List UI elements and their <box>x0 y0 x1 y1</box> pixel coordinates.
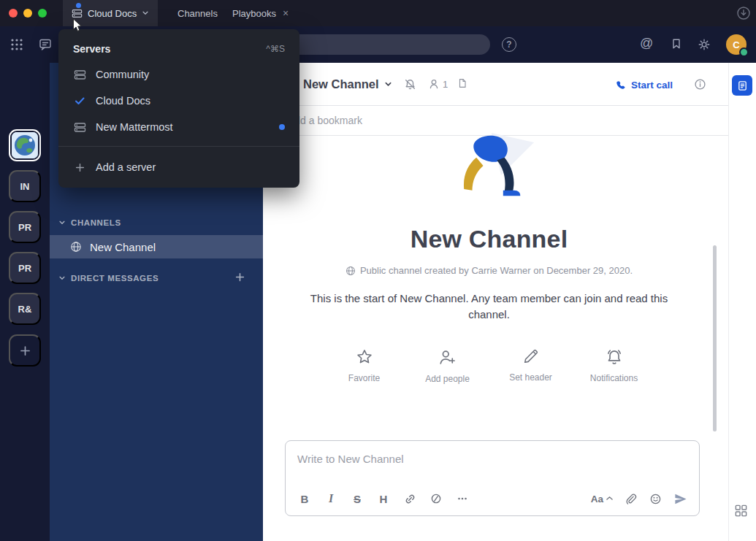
channel-meta: Public channel created by Carrie Warner … <box>263 265 715 276</box>
add-server-label: Add a server <box>96 161 156 173</box>
check-icon <box>73 95 86 107</box>
boards-app-icon[interactable] <box>732 75 752 96</box>
channel-intro-actions: Favorite Add people Set header <box>263 348 715 384</box>
bell-icon <box>605 348 624 367</box>
channels-group-header[interactable]: CHANNELS <box>58 215 121 230</box>
attach-file-icon[interactable] <box>620 488 641 509</box>
more-formatting-icon[interactable] <box>452 488 473 509</box>
mentions-icon[interactable]: @ <box>640 36 653 51</box>
menu-divider <box>58 146 299 147</box>
channel-item-label: New Channel <box>90 241 156 253</box>
chevron-down-icon <box>58 219 66 226</box>
main-scrollbar[interactable] <box>713 245 717 431</box>
add-server-button[interactable]: Add a server <box>58 153 299 182</box>
message-input[interactable]: Write to New Channel <box>286 441 699 465</box>
add-people-button[interactable]: Add people <box>416 348 480 384</box>
at-sign-glyph: @ <box>640 36 653 50</box>
channel-item-new-channel[interactable]: New Channel <box>50 235 263 258</box>
channels-product-icon[interactable] <box>39 38 52 51</box>
slash-command-icon[interactable] <box>426 488 446 509</box>
composer-toolbar: B I S H Aa <box>286 482 699 515</box>
unread-dot <box>76 3 81 8</box>
downloads-button[interactable] <box>736 6 751 20</box>
add-team-button[interactable] <box>9 334 41 367</box>
unread-dot <box>279 124 285 130</box>
saved-posts-icon[interactable] <box>671 38 682 50</box>
action-label: Add people <box>425 374 470 384</box>
channel-intro-description: This is the start of New Channel. Any te… <box>292 291 687 323</box>
close-window-button[interactable] <box>9 9 18 18</box>
person-plus-icon <box>438 348 457 367</box>
titlebar: Cloud Docs Channels Playbooks × <box>0 0 756 26</box>
tab-close-icon[interactable]: × <box>283 7 289 19</box>
apps-rail <box>728 63 756 541</box>
help-icon[interactable]: ? <box>502 37 516 52</box>
team-initials: PR <box>18 263 31 274</box>
team-item-ra[interactable]: R& <box>9 293 41 325</box>
composer-right-tools: Aa <box>588 488 690 509</box>
tab-channels[interactable]: Channels <box>177 0 218 26</box>
settings-gear-icon[interactable] <box>698 38 711 51</box>
team-item-in[interactable]: IN <box>9 170 41 202</box>
set-header-button[interactable]: Set header <box>499 348 563 384</box>
channel-title-dropdown[interactable]: New Channel <box>303 63 392 106</box>
zoom-window-button[interactable] <box>38 9 47 18</box>
start-call-label: Start call <box>631 80 673 91</box>
text-style-toggle[interactable]: Aa <box>588 488 616 509</box>
team-item-pr1[interactable]: PR <box>9 211 41 243</box>
servers-menu-shortcut: ^⌘S <box>266 44 285 54</box>
start-call-button[interactable]: Start call <box>615 74 673 95</box>
channel-intro-illustration <box>263 131 715 210</box>
globe-icon <box>345 266 356 276</box>
tab-playbooks-label: Playbooks <box>232 8 276 19</box>
apps-grid-icon[interactable] <box>734 504 748 518</box>
globe-icon <box>70 241 82 253</box>
team-item-selected[interactable] <box>9 129 41 161</box>
team-globe-avatar <box>12 132 38 158</box>
strikethrough-button[interactable]: S <box>347 488 367 509</box>
heading-button[interactable]: H <box>373 488 394 509</box>
star-icon <box>355 348 374 367</box>
product-switcher-icon[interactable] <box>10 38 23 51</box>
team-initials: IN <box>20 181 30 192</box>
server-dropdown-button[interactable]: Cloud Docs <box>63 0 158 26</box>
favorite-button[interactable]: Favorite <box>332 348 397 384</box>
bold-button[interactable]: B <box>294 488 315 509</box>
main-content: New Channel 1 Start call <box>263 63 728 541</box>
server-item-cloud-docs[interactable]: Cloud Docs <box>58 88 299 114</box>
server-item-community[interactable]: Community <box>58 61 299 88</box>
direct-messages-group-header[interactable]: DIRECT MESSAGES <box>58 271 159 285</box>
server-item-new-mattermost[interactable]: New Mattermost <box>58 114 299 140</box>
online-status-badge <box>739 47 749 57</box>
servers-menu-header: Servers ^⌘S <box>58 34 299 61</box>
chevron-down-icon <box>58 275 66 282</box>
add-direct-message-icon[interactable] <box>234 272 245 283</box>
tab-channels-label: Channels <box>177 8 218 19</box>
channel-members-button[interactable]: 1 <box>428 78 448 90</box>
search-input[interactable] <box>267 34 490 55</box>
action-label: Favorite <box>348 373 380 383</box>
pinned-files-icon[interactable] <box>457 78 467 88</box>
text-style-label: Aa <box>591 494 603 504</box>
server-icon <box>72 8 83 19</box>
channel-header: New Channel 1 Start call <box>263 63 728 106</box>
minimize-window-button[interactable] <box>23 9 32 18</box>
italic-button[interactable]: I <box>321 488 341 509</box>
notifications-button[interactable]: Notifications <box>582 348 646 384</box>
notifications-muted-icon[interactable] <box>404 78 416 91</box>
emoji-icon[interactable] <box>645 488 665 509</box>
link-icon[interactable] <box>400 488 420 509</box>
channel-info-icon[interactable] <box>694 78 706 91</box>
server-icon <box>73 121 86 134</box>
server-item-label: Cloud Docs <box>96 95 150 107</box>
action-label: Notifications <box>590 373 638 383</box>
team-item-pr2[interactable]: PR <box>9 252 41 284</box>
tab-playbooks[interactable]: Playbooks × <box>232 0 289 26</box>
server-icon <box>73 69 86 81</box>
send-message-icon[interactable] <box>670 488 690 509</box>
message-composer[interactable]: Write to New Channel B I S H Aa <box>285 440 700 516</box>
user-avatar[interactable]: C <box>726 34 747 55</box>
channels-group-label: CHANNELS <box>71 218 121 227</box>
avatar-initial: C <box>733 39 739 50</box>
servers-menu-title: Servers <box>73 43 110 55</box>
